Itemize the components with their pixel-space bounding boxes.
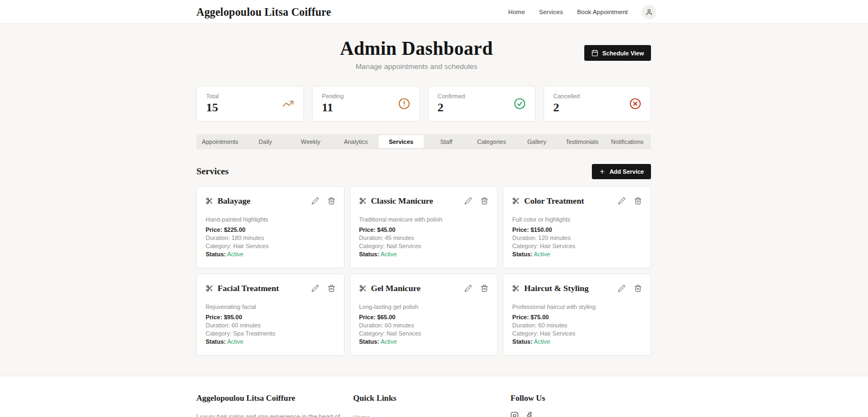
service-status-line: Status: Active [359, 338, 489, 346]
tab-gallery[interactable]: Gallery [514, 135, 559, 148]
calendar-icon [591, 49, 598, 56]
service-price-line: Price: $65.00 [359, 313, 489, 321]
scissors-icon [512, 285, 520, 292]
footer-link-home[interactable]: Home [353, 414, 370, 417]
edit-pencil-icon[interactable] [618, 285, 626, 292]
stat-card: Cancelled 2 [544, 86, 651, 122]
check-circle-icon [514, 98, 526, 110]
service-price-line: Price: $45.00 [359, 226, 489, 234]
scissors-icon [206, 197, 213, 205]
service-status-line: Status: Active [512, 250, 642, 258]
service-card: Balayage Hand-painted highlights Price: … [196, 186, 344, 268]
page-title: Admin Dashboard [248, 38, 584, 60]
service-duration-line: Duration: 180 minutes [206, 234, 335, 242]
service-duration-line: Duration: 60 minutes [359, 321, 489, 330]
nav-link-home[interactable]: Home [508, 9, 525, 15]
stat-card: Total 15 [196, 86, 304, 122]
instagram-icon[interactable] [510, 412, 519, 417]
service-description: Rejuvenating facial [206, 304, 335, 310]
schedule-view-label: Schedule View [602, 50, 644, 56]
tab-staff[interactable]: Staff [424, 135, 469, 148]
edit-pencil-icon[interactable] [464, 197, 472, 205]
delete-trash-icon[interactable] [634, 285, 642, 292]
edit-pencil-icon[interactable] [311, 197, 319, 205]
footer-brand-column: Aggelopoulou Litsa Coiffure Luxury hair … [196, 394, 353, 417]
nav-link-book-appointment[interactable]: Book Appointment [577, 9, 628, 15]
edit-pencil-icon[interactable] [311, 285, 319, 292]
stat-label: Cancelled [553, 93, 580, 99]
scissors-icon [206, 285, 213, 292]
tab-daily[interactable]: Daily [242, 135, 288, 148]
stat-label: Total [206, 93, 219, 99]
scissors-icon [359, 285, 367, 292]
service-title: Balayage [218, 196, 250, 206]
service-description: Professional haircut with styling [512, 304, 642, 310]
tab-analytics[interactable]: Analytics [333, 135, 378, 148]
service-description: Traditional manicure with polish [359, 216, 489, 223]
service-status-line: Status: Active [359, 250, 489, 258]
stat-value: 2 [438, 100, 465, 115]
service-card: Classic Manicure Traditional manicure wi… [350, 186, 498, 268]
footer-quicklinks-column: Quick Links HomeServicesBook Appointment [353, 394, 510, 417]
services-header: Services Add Service [196, 164, 651, 179]
dashboard-header: Admin Dashboard Manage appointments and … [196, 38, 651, 71]
service-title: Haircut & Styling [524, 283, 589, 293]
service-card: Haircut & Styling Professional haircut w… [503, 274, 651, 356]
facebook-icon[interactable] [525, 412, 533, 417]
footer-social-column: Follow Us [510, 394, 651, 417]
tab-weekly[interactable]: Weekly [288, 135, 333, 148]
service-category-line: Category: Hair Services [512, 330, 642, 338]
services-heading: Services [196, 166, 228, 177]
admin-dashboard-page: Admin Dashboard Manage appointments and … [0, 24, 868, 356]
tab-notifications[interactable]: Notifications [605, 135, 650, 148]
schedule-view-button[interactable]: Schedule View [584, 45, 651, 61]
delete-trash-icon[interactable] [481, 285, 488, 292]
tab-categories[interactable]: Categories [469, 135, 514, 148]
nav-link-services[interactable]: Services [539, 9, 563, 15]
delete-trash-icon[interactable] [481, 197, 488, 205]
service-price-line: Price: $75.00 [512, 313, 642, 321]
service-duration-line: Duration: 120 minutes [512, 234, 642, 242]
delete-trash-icon[interactable] [328, 285, 335, 292]
tab-appointments[interactable]: Appointments [197, 135, 242, 148]
stat-card: Pending 11 [312, 86, 419, 122]
edit-pencil-icon[interactable] [464, 285, 472, 292]
add-service-button[interactable]: Add Service [592, 164, 651, 179]
service-price-line: Price: $95.00 [206, 313, 335, 321]
service-card: Facial Treatment Rejuvenating facial Pri… [196, 274, 344, 356]
delete-trash-icon[interactable] [328, 197, 335, 205]
dashboard-tabs: AppointmentsDailyWeeklyAnalyticsServices… [196, 134, 651, 149]
delete-trash-icon[interactable] [634, 197, 642, 205]
stat-value: 11 [322, 100, 343, 115]
edit-pencil-icon[interactable] [618, 197, 626, 205]
service-card: Color Treatment Full color or highlights… [503, 186, 651, 268]
service-price-line: Price: $225.00 [206, 226, 335, 234]
service-status-line: Status: Active [512, 338, 642, 346]
service-title: Classic Manicure [371, 196, 433, 206]
service-cards-grid: Balayage Hand-painted highlights Price: … [196, 186, 651, 356]
stat-label: Confirmed [438, 93, 465, 99]
nav-links: HomeServicesBook Appointment [508, 9, 628, 15]
service-category-line: Category: Nail Services [359, 330, 489, 338]
trending-up-icon [282, 98, 294, 110]
footer-brand: Aggelopoulou Litsa Coiffure [196, 394, 353, 403]
user-icon [646, 9, 653, 16]
stat-card: Confirmed 2 [428, 86, 535, 122]
service-category-line: Category: Spa Treatments [206, 330, 335, 338]
user-avatar-button[interactable] [642, 5, 656, 20]
scissors-icon [359, 197, 367, 205]
service-duration-line: Duration: 60 minutes [206, 321, 335, 330]
top-navbar: Aggelopoulou Litsa Coiffure HomeServices… [0, 0, 868, 24]
service-card: Gel Manicure Long-lasting gel polish Pri… [350, 274, 498, 356]
follow-us-heading: Follow Us [510, 394, 651, 403]
service-duration-line: Duration: 60 minutes [512, 321, 642, 330]
stats-row: Total 15 Pending 11 Confirmed 2 Cancelle… [196, 86, 651, 122]
quick-links-heading: Quick Links [353, 394, 510, 403]
tab-services[interactable]: Services [379, 135, 424, 148]
scissors-icon [512, 197, 520, 205]
service-title: Color Treatment [524, 196, 584, 206]
tab-testimonials[interactable]: Testimonials [559, 135, 604, 148]
stat-value: 15 [206, 100, 219, 115]
x-circle-icon [629, 98, 641, 110]
service-status-line: Status: Active [206, 338, 335, 346]
